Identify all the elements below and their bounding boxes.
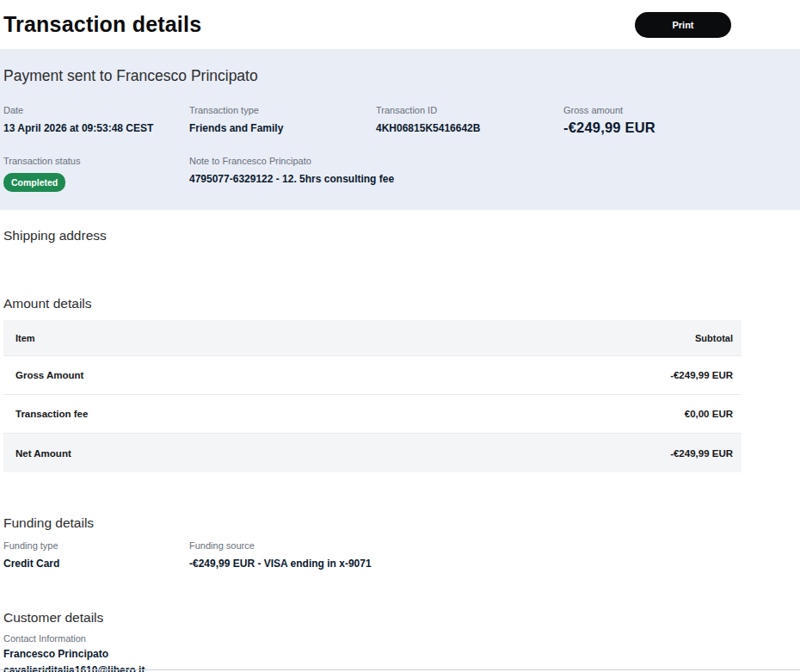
gross-amount-label: Gross amount <box>563 105 797 115</box>
page-title: Transaction details <box>3 12 201 37</box>
transaction-type-value: Friends and Family <box>189 122 376 134</box>
row-item-label: Gross Amount <box>15 370 83 380</box>
transaction-id-label: Transaction ID <box>376 105 563 115</box>
row-subtotal-value: -€249,99 EUR <box>670 370 733 380</box>
row-item-label: Transaction fee <box>15 409 88 419</box>
shipping-address-heading: Shipping address <box>0 228 800 244</box>
payment-summary-heading: Payment sent to Francesco Principato <box>3 67 797 85</box>
note-value: 4795077-6329122 - 12. 5hrs consulting fe… <box>189 173 797 185</box>
funding-type-field: Funding type Credit Card <box>3 540 189 570</box>
summary-fields-row-2: Transaction status Completed Note to Fra… <box>3 156 797 192</box>
row-subtotal-value: -€249,99 EUR <box>670 448 733 459</box>
bottom-divider <box>0 669 800 670</box>
funding-source-value: -€249,99 EUR - VISA ending in x-9071 <box>189 558 800 570</box>
amount-details-heading: Amount details <box>0 296 800 311</box>
transaction-status-field: Transaction status Completed <box>3 156 189 192</box>
table-row-gross-amount: Gross Amount -€249,99 EUR <box>3 356 742 395</box>
row-item-label: Net Amount <box>15 448 71 459</box>
customer-contact-block: Contact Information Francesco Principato… <box>0 633 800 672</box>
funding-details-heading: Funding details <box>0 515 800 531</box>
note-field: Note to Francesco Principato 4795077-632… <box>189 156 797 192</box>
table-row-transaction-fee: Transaction fee €0,00 EUR <box>3 395 742 434</box>
customer-email: cavalieriditalia1610@libero.it <box>3 664 800 672</box>
transaction-type-label: Transaction type <box>189 105 376 115</box>
status-badge: Completed <box>3 173 65 192</box>
transaction-id-value: 4KH06815K5416642B <box>376 122 563 134</box>
amount-table-header-row: Item Subtotal <box>3 320 742 356</box>
payment-summary-panel: Payment sent to Francesco Principato Dat… <box>0 49 800 210</box>
gross-amount-value: -€249,99 EUR <box>563 120 797 136</box>
date-label: Date <box>3 105 189 115</box>
table-row-net-amount: Net Amount -€249,99 EUR <box>3 434 742 472</box>
row-subtotal-value: €0,00 EUR <box>685 409 733 419</box>
page-header: Transaction details Print <box>0 0 800 49</box>
item-column-header: Item <box>15 333 35 343</box>
date-field: Date 13 April 2026 at 09:53:48 CEST <box>3 105 189 136</box>
transaction-id-field: Transaction ID 4KH06815K5416642B <box>376 105 563 136</box>
gross-amount-field: Gross amount -€249,99 EUR <box>563 105 797 136</box>
transaction-type-field: Transaction type Friends and Family <box>189 105 376 136</box>
funding-source-label: Funding source <box>189 540 800 551</box>
funding-source-field: Funding source -€249,99 EUR - VISA endin… <box>189 540 800 570</box>
customer-details-heading: Customer details <box>0 610 800 626</box>
print-button[interactable]: Print <box>635 12 731 38</box>
funding-type-value: Credit Card <box>3 558 189 570</box>
customer-name: Francesco Principato <box>3 648 800 660</box>
date-value: 13 April 2026 at 09:53:48 CEST <box>3 122 189 134</box>
subtotal-column-header: Subtotal <box>695 333 733 343</box>
funding-type-label: Funding type <box>3 540 189 551</box>
transaction-status-label: Transaction status <box>3 156 189 166</box>
note-label: Note to Francesco Principato <box>189 156 797 166</box>
summary-fields-row-1: Date 13 April 2026 at 09:53:48 CEST Tran… <box>3 105 797 136</box>
amount-details-table: Item Subtotal Gross Amount -€249,99 EUR … <box>3 320 742 472</box>
transaction-details-page: Transaction details Print Payment sent t… <box>0 0 800 672</box>
contact-information-label: Contact Information <box>3 633 800 644</box>
funding-fields-row: Funding type Credit Card Funding source … <box>0 540 800 570</box>
